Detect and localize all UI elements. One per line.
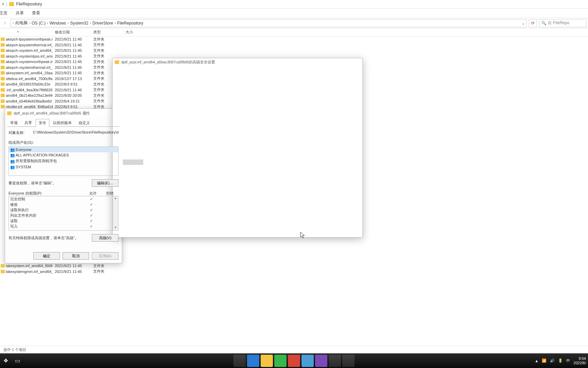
taskbar: ❖ ▭ ▲ 📶 🔊 🔋 中 9:54 2022/6/ xyxy=(0,353,588,368)
permissions-listbox[interactable]: ▴ ▾ 完全控制✓修改✓读取和执行✓列出文件夹内容✓读取✓写入✓ xyxy=(9,196,118,231)
permission-row: 列出文件夹内容✓ xyxy=(9,213,118,218)
tray-clock[interactable]: 9:54 2022/6/ xyxy=(573,356,586,365)
permission-row: 读取和执行✓ xyxy=(9,207,118,213)
crumb-pc[interactable]: 此电脑 xyxy=(15,20,28,26)
chevron-right-icon: › xyxy=(114,21,116,26)
advanced-hint: 有关特殊权限或高级设置，请单击"高级"。 xyxy=(9,235,79,241)
breadcrumb[interactable]: ›此电脑 ›OS (C:) ›Windows ›System32 ›Driver… xyxy=(10,19,527,27)
permissions-title: Everyone 的权限(P) xyxy=(9,191,84,196)
apply-button[interactable]: 应用(A) xyxy=(92,252,118,260)
advanced-button[interactable]: 高级(V) xyxy=(92,234,118,242)
group-item-system[interactable]: 👥SYSTEM xyxy=(9,164,118,170)
group-item-all-app-packages[interactable]: 👥ALL APPLICATION PACKAGES xyxy=(9,152,118,158)
table-row[interactable]: akepch-lpsystemthermal.inf_a…2021/9/21 1… xyxy=(0,42,588,48)
allow-header: 允许 xyxy=(84,191,101,196)
permission-row: 完全控制✓ xyxy=(9,196,118,202)
column-date[interactable]: 修改日期 xyxy=(53,30,91,35)
properties-dialog: dptf_acpi.inf_amd64_a5bac3087ca5f8d5 属性 … xyxy=(5,108,122,263)
table-row[interactable]: akepch-vsystem.inf_amd64_c5…2021/9/21 11… xyxy=(0,48,588,53)
column-size[interactable]: 大小 xyxy=(124,30,144,35)
crumb-windows[interactable]: Windows xyxy=(50,21,66,26)
taskbar-app[interactable] xyxy=(329,355,341,367)
status-bar: 选中 1 个项目 xyxy=(0,346,588,353)
taskbar-app[interactable] xyxy=(342,355,355,367)
properties-tabs: 常规 共享 安全 以前的版本 自定义 xyxy=(5,119,122,127)
loading-strip xyxy=(123,159,143,165)
taskbar-app[interactable] xyxy=(233,355,246,367)
advanced-titlebar[interactable]: dptf_acpi.inf_amd64_a5bac3087ca5f8d5的高级安… xyxy=(113,58,362,66)
tab-previous-versions[interactable]: 以前的版本 xyxy=(50,119,75,127)
volume-icon[interactable]: 🔊 xyxy=(550,358,555,363)
crumb-system32[interactable]: System32 xyxy=(70,21,88,26)
tab-share[interactable]: 共享 xyxy=(21,119,35,127)
deny-header: 拒绝 xyxy=(101,191,118,196)
table-row[interactable]: akepch-lpsystemnorthpeak.inf…2021/9/21 1… xyxy=(0,36,588,42)
breadcrumb-dropdown-icon[interactable]: ⌄ xyxy=(522,21,525,26)
address-row: ↑ ›此电脑 ›OS (C:) ›Windows ›System32 ›Driv… xyxy=(0,18,588,28)
column-type[interactable]: 类型 xyxy=(91,30,124,35)
search-input[interactable]: 🔍 在 FileRepo xyxy=(539,19,587,27)
group-icon: 👥 xyxy=(10,159,14,163)
group-item-everyone[interactable]: 👥Everyone xyxy=(9,147,118,152)
file-list-bottom: lakesystem.inf_amd64_f6688c4…2021/9/21 1… xyxy=(0,263,124,274)
network-icon[interactable]: 📶 xyxy=(542,358,546,363)
scroll-down-icon[interactable]: ▾ xyxy=(113,226,118,230)
security-tab-body: 对象名称: C:\Windows\System32\DriverStore\Fi… xyxy=(7,126,120,245)
crumb-filerepository[interactable]: FileRepository xyxy=(117,21,143,26)
advanced-title: dptf_acpi.inf_amd64_a5bac3087ca5f8d5的高级安… xyxy=(121,60,215,65)
folder-icon xyxy=(9,2,14,6)
taskbar-app[interactable] xyxy=(301,355,314,367)
column-name[interactable]: ^ xyxy=(0,30,53,34)
table-row[interactable]: lakesystem.inf_amd64_f6688c4…2021/9/21 1… xyxy=(0,263,124,269)
task-view-button[interactable]: ▭ xyxy=(12,353,23,368)
ribbon-share[interactable]: 共享 xyxy=(16,10,24,16)
start-button[interactable]: ❖ xyxy=(0,353,12,368)
ribbon-view[interactable]: 查看 xyxy=(32,10,40,16)
chevron-right-icon: › xyxy=(13,21,14,26)
table-row[interactable]: lakesystemgmm.inf_amd64_f1…2021/9/21 11:… xyxy=(0,269,124,275)
mouse-cursor xyxy=(300,232,306,239)
tray-time: 9:54 xyxy=(573,356,586,361)
scroll-up-icon[interactable]: ▴ xyxy=(113,196,118,201)
folder-icon xyxy=(115,60,119,64)
tab-security[interactable]: 安全 xyxy=(36,119,49,127)
folder-icon xyxy=(7,111,12,115)
taskbar-apps xyxy=(233,355,355,367)
tab-custom[interactable]: 自定义 xyxy=(76,119,93,127)
tray-date: 2022/6/ xyxy=(573,361,586,365)
permission-row: 读取✓ xyxy=(9,218,118,224)
scrollbar[interactable]: ▴ ▾ xyxy=(113,196,118,230)
status-text: 选中 1 个项目 xyxy=(3,347,26,352)
system-tray: ▲ 📶 🔊 🔋 中 9:54 2022/6/ xyxy=(535,356,586,365)
group-icon: 👥 xyxy=(10,165,14,169)
tray-icon[interactable]: ▲ xyxy=(535,359,538,363)
taskbar-app[interactable] xyxy=(274,355,287,367)
chevron-right-icon: › xyxy=(29,21,30,26)
properties-titlebar[interactable]: dptf_acpi.inf_amd64_a5bac3087ca5f8d5 属性 xyxy=(5,109,122,118)
ok-button[interactable]: 确定 xyxy=(33,252,60,260)
battery-icon[interactable]: 🔋 xyxy=(558,358,563,363)
taskbar-app[interactable] xyxy=(288,355,300,367)
crumb-drive[interactable]: OS (C:) xyxy=(32,21,46,26)
groups-listbox[interactable]: 👥Everyone 👥ALL APPLICATION PACKAGES 👥所有受… xyxy=(9,147,118,176)
taskbar-app[interactable] xyxy=(247,355,259,367)
groups-label: 组或用户名(G): xyxy=(9,140,118,145)
edit-button[interactable]: 编辑(E)… xyxy=(92,179,118,187)
column-headers: ^ 修改日期 类型 大小 xyxy=(0,28,588,36)
chevron-right-icon: › xyxy=(47,21,48,26)
ime-icon[interactable]: 中 xyxy=(566,358,570,363)
nav-up-button[interactable]: ↑ xyxy=(1,20,8,27)
dialog-buttons: 确定 取消 应用(A) xyxy=(33,252,118,260)
object-name-label: 对象名称: xyxy=(9,130,29,135)
chevron-right-icon: › xyxy=(90,21,91,26)
group-item-restricted[interactable]: 👥所有受限制的应用程序包 xyxy=(9,158,118,164)
crumb-driverstore[interactable]: DriverStore xyxy=(93,21,113,26)
taskbar-app[interactable] xyxy=(261,355,273,367)
cancel-button[interactable]: 取消 xyxy=(63,252,89,260)
window-title: FileRepository xyxy=(16,2,42,6)
taskbar-app[interactable] xyxy=(315,355,327,367)
back-tiny-icon: ▾ xyxy=(2,2,4,6)
refresh-button[interactable]: ⟳ xyxy=(529,19,537,27)
tab-general[interactable]: 常规 xyxy=(7,119,21,127)
ribbon-home[interactable]: 主页 xyxy=(0,10,7,16)
